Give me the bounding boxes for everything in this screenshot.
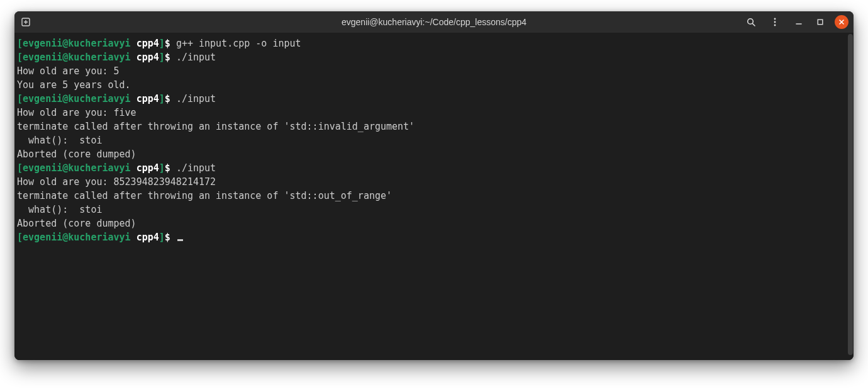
- output-line: You are 5 years old.: [17, 79, 131, 91]
- prompt-bracket-close: ]: [159, 162, 165, 174]
- output-line: terminate called after throwing an insta…: [17, 190, 392, 201]
- prompt-cwd: cpp4: [136, 232, 159, 243]
- svg-line-4: [752, 23, 755, 26]
- svg-point-6: [774, 21, 776, 23]
- output-line: How old are you: 852394823948214172: [17, 176, 216, 188]
- prompt-symbol: $: [165, 52, 170, 63]
- search-icon[interactable]: [744, 15, 758, 29]
- command-text: ./input: [176, 52, 216, 63]
- maximize-button[interactable]: [813, 15, 827, 29]
- command-text: g++ input.cpp -o input: [176, 38, 301, 49]
- close-button[interactable]: [835, 15, 849, 29]
- prompt-user-host: evgenii@kucheriavyi: [23, 52, 131, 63]
- scrollbar-track[interactable]: [847, 33, 854, 360]
- terminal-body[interactable]: [evgenii@kucheriavyi cpp4]$ g++ input.cp…: [14, 33, 854, 360]
- prompt-user-host: evgenii@kucheriavyi: [23, 162, 131, 174]
- terminal-window: evgenii@kucheriavyi:~/Code/cpp_lessons/c…: [14, 11, 854, 360]
- prompt-symbol: $: [165, 38, 170, 49]
- prompt-symbol: $: [165, 93, 170, 104]
- prompt-bracket-open: [: [17, 38, 23, 49]
- titlebar-left: [19, 16, 32, 28]
- svg-point-5: [774, 18, 776, 20]
- command-text: ./input: [176, 93, 216, 104]
- command-text: ./input: [176, 162, 216, 174]
- prompt-symbol: $: [165, 232, 170, 243]
- output-line: what(): stoi: [17, 204, 102, 215]
- prompt-cwd: cpp4: [136, 38, 159, 49]
- prompt-sep: [131, 232, 136, 243]
- titlebar-right: [744, 15, 849, 29]
- prompt-cwd: cpp4: [136, 93, 159, 104]
- menu-icon[interactable]: [768, 15, 782, 29]
- prompt-bracket-open: [: [17, 232, 23, 243]
- prompt-bracket-close: ]: [159, 232, 165, 243]
- prompt-sep: [131, 93, 136, 104]
- window-controls: [792, 15, 849, 29]
- prompt-symbol: $: [165, 162, 170, 174]
- prompt-user-host: evgenii@kucheriavyi: [23, 93, 131, 104]
- prompt-bracket-open: [: [17, 52, 23, 63]
- prompt-user-host: evgenii@kucheriavyi: [23, 38, 131, 49]
- prompt-cwd: cpp4: [136, 162, 159, 174]
- svg-rect-9: [818, 20, 823, 25]
- prompt-user-host: evgenii@kucheriavyi: [23, 232, 131, 243]
- output-line: How old are you: 5: [17, 65, 120, 77]
- prompt-sep: [131, 162, 136, 174]
- new-tab-icon[interactable]: [19, 16, 32, 28]
- output-line: Aborted (core dumped): [17, 218, 136, 229]
- terminal-content: [evgenii@kucheriavyi cpp4]$ g++ input.cp…: [17, 37, 851, 244]
- output-line: Aborted (core dumped): [17, 149, 136, 160]
- prompt-bracket-close: ]: [159, 93, 165, 104]
- scrollbar-thumb[interactable]: [848, 34, 853, 355]
- output-line: How old are you: five: [17, 107, 136, 118]
- prompt-sep: [131, 38, 136, 49]
- prompt-bracket-open: [: [17, 162, 23, 174]
- title-bar[interactable]: evgenii@kucheriavyi:~/Code/cpp_lessons/c…: [14, 11, 854, 33]
- prompt-cwd: cpp4: [136, 52, 159, 63]
- prompt-bracket-open: [: [17, 93, 23, 104]
- prompt-bracket-close: ]: [159, 38, 165, 49]
- svg-point-7: [774, 25, 776, 26]
- window-title: evgenii@kucheriavyi:~/Code/cpp_lessons/c…: [342, 17, 526, 27]
- minimize-button[interactable]: [792, 15, 806, 29]
- prompt-bracket-close: ]: [159, 52, 165, 63]
- prompt-sep: [131, 52, 136, 63]
- output-line: terminate called after throwing an insta…: [17, 121, 415, 132]
- cursor: [177, 239, 183, 241]
- output-line: what(): stoi: [17, 135, 102, 146]
